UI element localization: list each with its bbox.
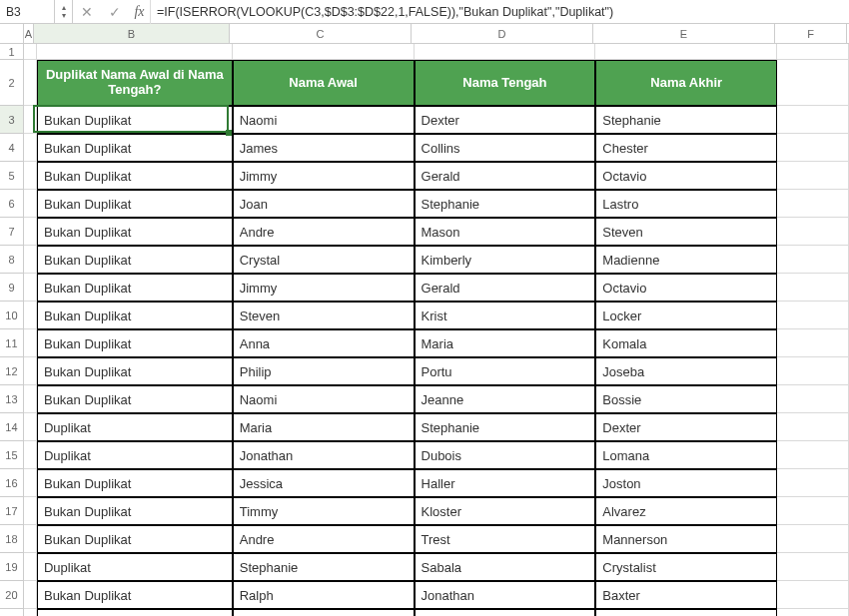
cell-E8[interactable]: Madienne [595, 246, 777, 274]
row-header-16[interactable]: 16 [0, 469, 24, 497]
col-header-C[interactable]: C [230, 24, 412, 43]
cell-B14[interactable]: Duplikat [37, 413, 233, 441]
stepper-down-icon[interactable]: ▾ [62, 12, 66, 20]
cell-F17[interactable] [777, 497, 849, 525]
cell-D4[interactable]: Collins [415, 134, 596, 162]
cell-A4[interactable] [24, 134, 37, 162]
cell-D6[interactable]: Stephanie [415, 190, 596, 218]
confirm-formula-button[interactable]: ✓ [101, 4, 129, 20]
cell-B8[interactable]: Bukan Duplikat [37, 246, 233, 274]
cell-B3[interactable]: Bukan Duplikat [37, 106, 233, 134]
row-header-8[interactable]: 8 [0, 246, 24, 274]
cell-C10[interactable]: Steven [233, 302, 415, 329]
col-header-A[interactable]: A [24, 24, 34, 43]
select-all-corner[interactable] [0, 24, 24, 43]
cell-C11[interactable]: Anna [233, 329, 415, 357]
cell-E3[interactable]: Stephanie [595, 106, 777, 134]
cell-E19[interactable]: Crystalist [595, 553, 777, 581]
cell-D17[interactable]: Kloster [415, 497, 596, 525]
header-nama-akhir[interactable]: Nama Akhir [595, 60, 777, 106]
cell-F4[interactable] [777, 134, 849, 162]
cell-B16[interactable]: Bukan Duplikat [37, 469, 233, 497]
cell-A21[interactable] [24, 609, 37, 616]
cell-C9[interactable]: Jimmy [233, 274, 415, 302]
cell-B18[interactable]: Bukan Duplikat [37, 525, 233, 553]
cell-A20[interactable] [24, 581, 37, 609]
row-header-20[interactable]: 20 [0, 581, 24, 609]
cell-C20[interactable]: Ralph [233, 581, 415, 609]
row-header-7[interactable]: 7 [0, 218, 24, 246]
cell-B6[interactable]: Bukan Duplikat [37, 190, 233, 218]
cell-A11[interactable] [24, 329, 37, 357]
cell-F5[interactable] [777, 162, 849, 190]
cell-F20[interactable] [777, 581, 849, 609]
cell-D21[interactable]: Prost [415, 609, 596, 616]
cell-C1[interactable] [233, 44, 415, 60]
cancel-formula-button[interactable]: ✕ [73, 4, 101, 20]
cell-A17[interactable] [24, 497, 37, 525]
cell-F15[interactable] [777, 441, 849, 469]
cell-A8[interactable] [24, 246, 37, 274]
cell-D19[interactable]: Sabala [415, 553, 596, 581]
row-header-11[interactable]: 11 [0, 329, 24, 357]
cell-D8[interactable]: Kimberly [415, 246, 596, 274]
cell-A7[interactable] [24, 218, 37, 246]
cell-D7[interactable]: Mason [415, 218, 596, 246]
cell-A13[interactable] [24, 385, 37, 413]
cell-B12[interactable]: Bukan Duplikat [37, 357, 233, 385]
row-header-13[interactable]: 13 [0, 385, 24, 413]
cell-B5[interactable]: Bukan Duplikat [37, 162, 233, 190]
row-header-15[interactable]: 15 [0, 441, 24, 469]
header-nama-tengah[interactable]: Nama Tengah [415, 60, 596, 106]
row-header-3[interactable]: 3 [0, 106, 24, 134]
cell-D10[interactable]: Krist [415, 302, 596, 329]
cell-B4[interactable]: Bukan Duplikat [37, 134, 233, 162]
cell-B20[interactable]: Bukan Duplikat [37, 581, 233, 609]
cell-E5[interactable]: Octavio [595, 162, 777, 190]
cell-D13[interactable]: Jeanne [415, 385, 596, 413]
cell-D18[interactable]: Trest [415, 525, 596, 553]
row-header-12[interactable]: 12 [0, 357, 24, 385]
cell-B19[interactable]: Duplikat [37, 553, 233, 581]
cell-C16[interactable]: Jessica [233, 469, 415, 497]
row-header-6[interactable]: 6 [0, 190, 24, 218]
col-header-D[interactable]: D [412, 24, 593, 43]
cell-B13[interactable]: Bukan Duplikat [37, 385, 233, 413]
cell-C14[interactable]: Maria [233, 413, 415, 441]
cell-C12[interactable]: Philip [233, 357, 415, 385]
col-header-E[interactable]: E [593, 24, 775, 43]
cell-B10[interactable]: Bukan Duplikat [37, 302, 233, 329]
cell-D20[interactable]: Jonathan [415, 581, 596, 609]
cell-B11[interactable]: Bukan Duplikat [37, 329, 233, 357]
cell-C17[interactable]: Timmy [233, 497, 415, 525]
cell-B9[interactable]: Bukan Duplikat [37, 274, 233, 302]
row-header-1[interactable]: 1 [0, 44, 24, 60]
cell-C5[interactable]: Jimmy [233, 162, 415, 190]
cell-C6[interactable]: Joan [233, 190, 415, 218]
cell-E13[interactable]: Bossie [595, 385, 777, 413]
cell-A2[interactable] [24, 60, 37, 106]
cell-E10[interactable]: Locker [595, 302, 777, 329]
cell-F2[interactable] [777, 60, 849, 106]
cell-E4[interactable]: Chester [595, 134, 777, 162]
cell-F11[interactable] [777, 329, 849, 357]
cell-F12[interactable] [777, 357, 849, 385]
formula-input[interactable]: =IF(ISERROR(VLOOKUP(C3,$D$3:$D$22,1,FALS… [151, 0, 849, 24]
cell-A6[interactable] [24, 190, 37, 218]
cell-A5[interactable] [24, 162, 37, 190]
cell-D3[interactable]: Dexter [415, 106, 596, 134]
cell-C18[interactable]: Andre [233, 525, 415, 553]
cell-A3[interactable] [24, 106, 37, 134]
cell-F8[interactable] [777, 246, 849, 274]
cell-A16[interactable] [24, 469, 37, 497]
fx-icon[interactable]: fx [129, 0, 151, 24]
cell-E16[interactable]: Joston [595, 469, 777, 497]
cell-F16[interactable] [777, 469, 849, 497]
cell-A1[interactable] [24, 44, 37, 60]
cell-A10[interactable] [24, 302, 37, 329]
cell-B7[interactable]: Bukan Duplikat [37, 218, 233, 246]
cell-E7[interactable]: Steven [595, 218, 777, 246]
cell-F7[interactable] [777, 218, 849, 246]
cell-B21[interactable]: Bukan Duplikat [37, 609, 233, 616]
name-box[interactable]: B3 [0, 0, 55, 24]
